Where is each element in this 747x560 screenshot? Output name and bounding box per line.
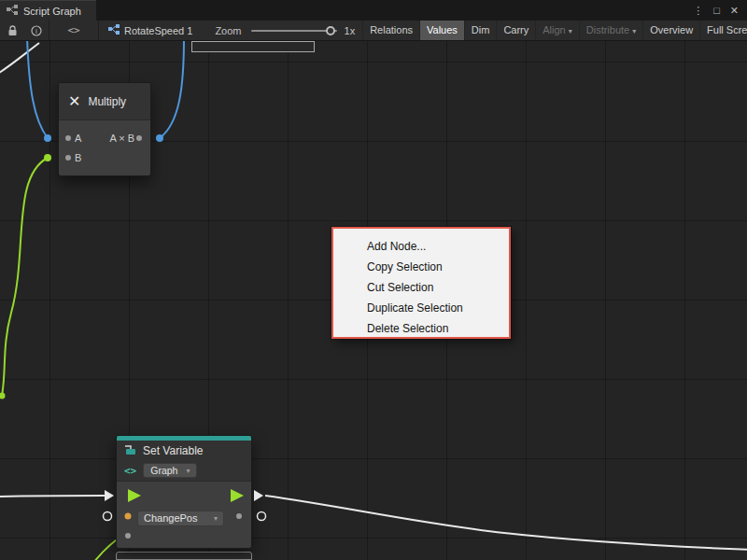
multiply-icon: ✕ xyxy=(68,92,80,110)
set-variable-node[interactable]: Set Variable <> Graph ▾ ChangePos ▾ xyxy=(116,435,252,549)
multiply-row-a: A A × B xyxy=(59,128,150,147)
graph-asset-icon xyxy=(108,24,120,36)
chevron-down-icon: ▾ xyxy=(569,27,572,35)
offscreen-node-bottom[interactable] xyxy=(116,552,252,560)
menu-item-copy-selection[interactable]: Copy Selection xyxy=(333,257,509,277)
info-icon[interactable]: i xyxy=(24,21,49,41)
dim-button[interactable]: Dim xyxy=(464,21,497,41)
distribute-dropdown-button[interactable]: Distribute▾ xyxy=(579,21,642,41)
close-icon[interactable]: ✕ xyxy=(730,5,739,17)
context-menu: Add Node... Copy Selection Cut Selection… xyxy=(331,227,511,339)
offscreen-node-top[interactable] xyxy=(191,41,315,52)
graph-name-label: RotateSpeed 1 xyxy=(124,25,192,36)
carry-button[interactable]: Carry xyxy=(496,21,535,41)
variable-name-label: ChangePos xyxy=(144,512,198,524)
distribute-label: Distribute xyxy=(586,24,629,35)
wire-blue-from-multiply-out[interactable] xyxy=(160,37,184,138)
menu-item-delete-selection[interactable]: Delete Selection xyxy=(333,318,509,339)
wire-white-into-setvar[interactable] xyxy=(0,496,105,497)
multiply-node-title: Multiply xyxy=(88,95,126,108)
tab-script-graph[interactable]: Script Graph xyxy=(0,0,96,21)
align-dropdown-button[interactable]: Align▾ xyxy=(535,21,578,41)
maximize-icon[interactable]: □ xyxy=(713,5,720,16)
zoom-label: Zoom xyxy=(202,25,245,36)
values-button[interactable]: Values xyxy=(419,21,464,41)
zoom-slider-knob[interactable] xyxy=(326,26,335,35)
multiply-node-body: A A × B B xyxy=(59,120,150,167)
svg-text:i: i xyxy=(35,27,37,35)
set-variable-variable-row: ChangePos ▾ xyxy=(117,506,251,530)
multiply-node-header[interactable]: ✕ Multiply xyxy=(59,83,150,120)
full-screen-button[interactable]: Full Screen xyxy=(699,21,747,41)
graph-toolbar: i <> RotateSpeed 1 Zoom 1x Relations Val… xyxy=(0,21,747,41)
menu-item-add-node[interactable]: Add Node... xyxy=(333,236,509,257)
chevron-down-icon: ▾ xyxy=(186,467,190,475)
variable-scope-dropdown[interactable]: Graph ▾ xyxy=(143,463,197,478)
tab-label: Script Graph xyxy=(23,6,81,17)
wire-blue-into-multiply-a[interactable] xyxy=(27,37,48,138)
wire-white-from-setvar[interactable] xyxy=(265,496,747,550)
script-graph-icon xyxy=(7,5,18,17)
wire-green-into-multiply-b[interactable] xyxy=(2,158,48,396)
zoom-slider[interactable] xyxy=(249,21,339,41)
chevron-down-icon: ▾ xyxy=(632,27,636,35)
overview-button[interactable]: Overview xyxy=(642,21,699,41)
code-icon: <> xyxy=(124,465,136,477)
unity-script-graph-window: ✕ Multiply A A × B B Set V xyxy=(0,0,747,560)
port-a-label: A xyxy=(75,133,81,144)
variable-scope-label: Graph xyxy=(150,465,177,476)
chevron-down-icon: ▾ xyxy=(214,514,218,523)
graph-breadcrumb[interactable]: RotateSpeed 1 xyxy=(99,24,202,36)
set-variable-header[interactable]: Set Variable <> Graph ▾ xyxy=(117,441,251,482)
zoom-slider-track xyxy=(251,30,337,32)
multiply-node[interactable]: ✕ Multiply A A × B B xyxy=(58,82,151,176)
variable-name-dropdown[interactable]: ChangePos ▾ xyxy=(137,511,224,526)
code-view-icon[interactable]: <> xyxy=(49,21,98,41)
lock-icon[interactable] xyxy=(0,21,24,41)
menu-item-cut-selection[interactable]: Cut Selection xyxy=(333,277,509,298)
port-b-label: B xyxy=(75,152,81,163)
port-result-label: A × B xyxy=(109,133,134,144)
window-menu-icon[interactable]: ⋮ xyxy=(693,5,703,17)
set-variable-title: Set Variable xyxy=(143,444,203,457)
wire-white-top-left[interactable] xyxy=(0,43,39,75)
window-controls: ⋮ □ ✕ xyxy=(693,0,747,21)
multiply-row-b: B xyxy=(59,147,150,167)
set-variable-flow-row xyxy=(117,482,251,506)
set-variable-extra-row xyxy=(117,530,251,551)
tab-bar: Script Graph ⋮ □ ✕ xyxy=(0,0,747,21)
relations-button[interactable]: Relations xyxy=(362,21,419,41)
zoom-value: 1x xyxy=(343,25,363,36)
set-variable-icon xyxy=(123,442,137,458)
menu-item-duplicate-selection[interactable]: Duplicate Selection xyxy=(333,298,509,318)
align-label: Align xyxy=(543,24,565,35)
